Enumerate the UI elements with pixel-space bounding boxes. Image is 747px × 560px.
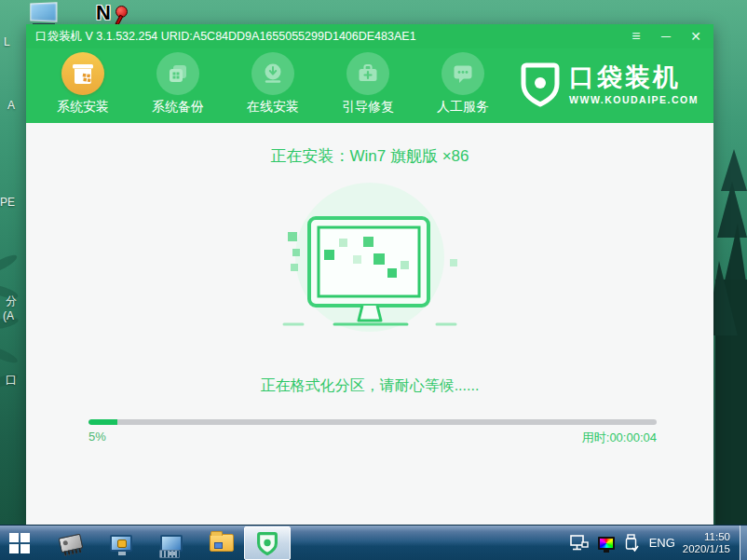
progress-bar [88,419,657,425]
main-toolbar: 系统安装 系统备份 [26,48,713,123]
minimize-icon[interactable]: ─ [658,30,674,43]
clock-time: 11:50 [683,531,730,543]
taskbar-item-display-tool[interactable] [102,526,140,560]
progress-percent: 5% [88,430,106,446]
brand-name: 口袋装机 [569,63,699,91]
desktop-label-fragment: 分 [6,294,17,309]
window-titlebar[interactable]: 口袋装机 V 3.1.532.254 URID:A5C84DD9A1655055… [26,24,713,48]
tab-human-service[interactable]: 人工服务 [430,52,496,116]
display-color-icon[interactable] [598,537,615,550]
menu-icon[interactable]: ≡ [628,30,645,43]
desktop-label-fragment: 口 [6,373,17,389]
monitor-icon [30,2,57,21]
desktop-icon-ntboot[interactable]: N [96,2,129,26]
installing-title: 正在安装：Win7 旗舰版 ×86 [26,123,713,167]
taskbar-item-onscreen-keyboard[interactable] [153,526,190,560]
windows-logo-icon [9,533,30,553]
green-shield-icon [256,530,278,556]
tab-label: 在线安装 [247,99,299,116]
desktop-label-fragment: L [4,35,10,48]
progress-section: 5% 用时:00:00:04 [88,419,657,446]
repair-kit-icon [346,52,389,95]
ram-chip-icon [59,533,84,553]
tab-boot-repair[interactable]: 引导修复 [335,52,401,116]
taskbar: ENG 11:50 2020/1/15 [0,525,747,560]
show-desktop-button[interactable] [740,526,747,560]
keyboard-monitor-icon [160,535,183,552]
install-box-icon [61,52,104,95]
desktop-label-fragment: A [7,99,15,112]
brand-website: WWW.KOUDAIPE.COM [569,94,699,105]
install-progress-panel: 正在安装：Win7 旗舰版 ×86 [26,123,713,525]
tab-system-install[interactable]: 系统安装 [50,52,115,116]
start-button[interactable] [0,526,39,560]
clock-date: 2020/1/15 [683,543,730,555]
close-icon[interactable]: ✕ [687,30,704,43]
chat-icon [441,52,484,95]
brand-logo: 口袋装机 WWW.KOUDAIPE.COM [519,60,699,108]
tab-online-install[interactable]: 在线安装 [240,52,306,116]
desktop-label-fragment: PE [0,196,15,209]
taskbar-item-file-explorer[interactable] [203,526,240,560]
usb-eject-icon[interactable] [624,534,639,553]
taskbar-clock[interactable]: 11:50 2020/1/15 [683,531,730,555]
tab-label: 人工服务 [437,99,489,116]
network-icon[interactable] [570,535,589,552]
folder-icon [210,534,234,552]
window-title: 口袋装机 V 3.1.532.254 URID:A5C84DD9A1655055… [35,29,628,45]
tab-label: 系统安装 [57,99,109,116]
koudai-installer-window: 口袋装机 V 3.1.532.254 URID:A5C84DD9A1655055… [26,24,713,525]
taskbar-item-koudai-active[interactable] [244,526,291,560]
language-indicator[interactable]: ENG [649,536,675,550]
desktop-icon-this-pc[interactable] [27,3,59,26]
taskbar-item-ramdisk[interactable] [52,526,89,560]
tab-system-backup[interactable]: 系统备份 [145,52,211,116]
download-icon [251,52,294,95]
tab-label: 系统备份 [152,99,204,116]
desktop-background: N L A PE 分 (A 口 口袋装机 V 3.1.532.254 URID:… [0,0,747,560]
tab-label: 引导修复 [342,99,394,116]
monitor-lock-icon [110,535,132,552]
shield-icon [519,60,562,108]
monitor-illustration [277,181,463,339]
desktop-label-fragment: (A [3,309,14,322]
elapsed-time: 用时:00:00:04 [582,430,657,446]
backup-icon [156,52,199,95]
status-message: 正在格式化分区，请耐心等候...... [26,376,713,396]
letter-n-icon: N [96,2,111,24]
progress-bar-fill [88,419,117,425]
system-tray: ENG 11:50 2020/1/15 [565,526,747,560]
